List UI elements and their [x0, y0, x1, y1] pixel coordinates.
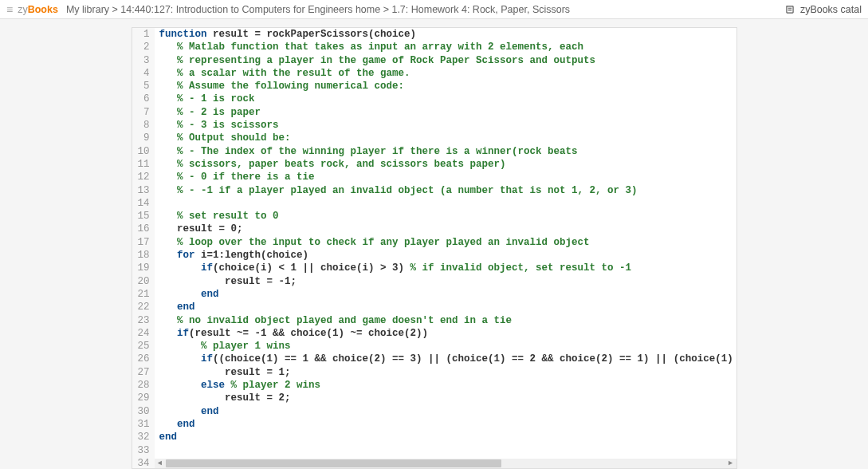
token-comment: % Assume the following numerical code:	[177, 81, 404, 92]
token-comment: % - 3 is scissors	[177, 120, 279, 131]
code-line[interactable]: if((choice(1) == 1 && choice(2) == 3) ||…	[159, 353, 732, 365]
code-line[interactable]: end	[159, 288, 732, 301]
token-comment: % player 2 wins	[231, 380, 321, 391]
token-text	[159, 107, 178, 118]
code-line[interactable]: % player 1 wins	[159, 340, 732, 353]
token-keyword: end	[201, 289, 219, 300]
code-line[interactable]: end	[159, 431, 732, 443]
code-line[interactable]: result = 0;	[159, 223, 732, 235]
code-line[interactable]: end	[159, 301, 732, 313]
line-number: 32	[137, 431, 150, 443]
line-number: 22	[137, 301, 150, 313]
catalog-label: zyBooks catal	[800, 4, 862, 15]
code-line[interactable]: % set result to 0	[159, 210, 732, 223]
code-line[interactable]: else % player 2 wins	[159, 379, 732, 392]
code-line[interactable]: % - 0 if there is a tie	[159, 171, 732, 183]
token-text	[159, 120, 178, 131]
token-text: i=1:length(choice)	[195, 250, 309, 261]
token-comment: % Output should be:	[177, 132, 291, 144]
token-comment: % a scalar with the result of the game.	[177, 68, 410, 79]
token-comment: % - 0 if there is a tie	[177, 171, 315, 183]
token-keyword: else	[201, 380, 225, 391]
code-body[interactable]: function result = rockPaperScissors(choi…	[155, 28, 736, 468]
token-text	[159, 380, 202, 391]
line-number: 28	[137, 379, 150, 392]
breadcrumb[interactable]: My library > 14:440:127: Introduction to…	[66, 4, 570, 15]
scroll-track[interactable]	[166, 459, 725, 468]
line-number: 10	[137, 145, 150, 158]
code-line[interactable]: result = 1;	[159, 366, 732, 379]
code-line[interactable]: % - 3 is scissors	[159, 119, 732, 132]
token-keyword: end	[177, 302, 195, 313]
line-number: 4	[137, 67, 150, 80]
code-line[interactable]: % Matlab function that takes as input an…	[159, 41, 732, 53]
token-comment: % representing a player in the game of R…	[177, 55, 595, 66]
token-text	[159, 289, 202, 300]
code-line[interactable]: % no invalid object played and game does…	[159, 314, 732, 327]
code-line[interactable]: % - The index of the winning player if t…	[159, 145, 732, 158]
line-number: 6	[137, 93, 150, 105]
code-line[interactable]: % scissors, paper beats rock, and scisso…	[159, 158, 732, 171]
code-line[interactable]: end	[159, 418, 732, 431]
code-line[interactable]: if(choice(i) < 1 || choice(i) > 3) % if …	[159, 262, 732, 274]
code-line[interactable]: % representing a player in the game of R…	[159, 54, 732, 67]
line-number: 19	[137, 262, 150, 274]
token-keyword: for	[177, 250, 195, 261]
token-comment: % set result to 0	[177, 211, 279, 222]
code-line[interactable]: if(result ~= -1 && choice(1) ~= choice(2…	[159, 327, 732, 340]
logo[interactable]: zyBooks	[18, 4, 58, 15]
scroll-right-button[interactable]: ►	[725, 459, 736, 468]
code-line[interactable]: % Output should be:	[159, 132, 732, 144]
token-text	[159, 93, 178, 104]
code-line[interactable]: function result = rockPaperScissors(choi…	[159, 28, 732, 41]
token-text	[159, 302, 178, 313]
code-line[interactable]	[159, 444, 732, 457]
line-number: 16	[137, 223, 150, 235]
code-line[interactable]: for i=1:length(choice)	[159, 249, 732, 262]
line-number: 2	[137, 41, 150, 53]
code-line[interactable]: % Assume the following numerical code:	[159, 80, 732, 93]
code-line[interactable]: % a scalar with the result of the game.	[159, 67, 732, 80]
token-text: result = 2;	[159, 392, 291, 404]
line-number: 34	[137, 457, 150, 468]
menu-icon[interactable]: ≡	[6, 3, 13, 16]
line-number: 8	[137, 119, 150, 132]
code-line[interactable]: result = -1;	[159, 275, 732, 288]
token-comment: % - 2 is paper	[177, 107, 261, 118]
token-text: (choice(i) < 1 || choice(i) > 3)	[213, 262, 410, 274]
line-number: 1	[137, 28, 150, 41]
line-number: 17	[137, 236, 150, 249]
token-keyword: if	[201, 353, 213, 365]
code-line[interactable]: % - -1 if a player played an invalid obj…	[159, 184, 732, 197]
line-number: 14	[137, 197, 150, 210]
line-number: 11	[137, 158, 150, 171]
code-line[interactable]: % - 1 is rock	[159, 93, 732, 105]
token-text	[159, 419, 178, 430]
scroll-left-button[interactable]: ◄	[155, 459, 166, 468]
code-line[interactable]: result = 2;	[159, 392, 732, 404]
code-line[interactable]: % - 2 is paper	[159, 106, 732, 119]
token-text	[159, 250, 178, 261]
token-keyword: if	[177, 328, 189, 339]
code-editor[interactable]: 1234567891011121314151617181920212223242…	[132, 28, 736, 468]
token-text	[159, 341, 202, 352]
token-text	[225, 380, 231, 391]
catalog-link[interactable]: zyBooks catal	[784, 4, 862, 15]
line-number: 12	[137, 171, 150, 183]
line-number: 21	[137, 288, 150, 301]
line-number: 23	[137, 314, 150, 327]
token-keyword: end	[159, 432, 178, 443]
code-line[interactable]: end	[159, 405, 732, 418]
horizontal-scrollbar[interactable]: ◄ ►	[155, 459, 736, 468]
token-comment: % - The index of the winning player if t…	[177, 146, 578, 157]
token-text	[159, 146, 178, 157]
code-line[interactable]: % loop over the input to check if any pl…	[159, 236, 732, 249]
scroll-thumb[interactable]	[166, 459, 501, 467]
code-line[interactable]	[159, 197, 732, 210]
token-text	[159, 171, 178, 183]
token-text	[159, 185, 178, 196]
token-keyword: function	[159, 29, 207, 40]
token-keyword: if	[201, 262, 213, 274]
line-number: 5	[137, 80, 150, 93]
line-number: 13	[137, 184, 150, 197]
